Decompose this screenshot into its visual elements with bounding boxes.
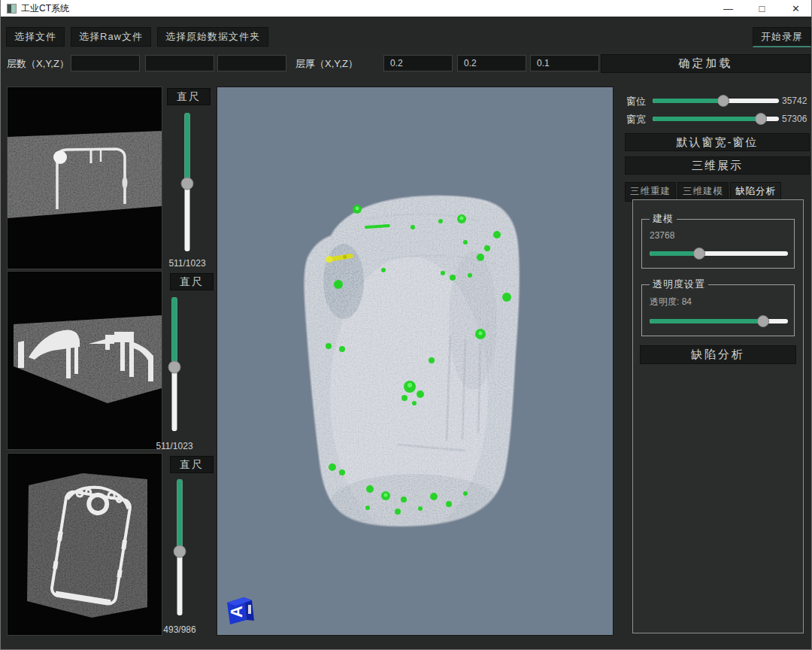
slice-position-top: 511/1023 [160,258,214,269]
select-raw-file-button[interactable]: 选择Raw文件 [71,27,151,47]
slider-thumb[interactable] [755,113,767,125]
slice-position-slider-middle[interactable] [162,297,187,431]
slider-thumb[interactable] [757,315,769,327]
transparency-group: 透明度设置 透明度: 84 [641,278,795,336]
slider-thumb[interactable] [717,95,729,107]
display-3d-button[interactable]: 三维展示 [625,156,810,175]
transparency-value-label: 透明度: 84 [650,296,788,308]
layers-label: 层数（X,Y,Z） [7,57,69,71]
select-raw-data-folder-button[interactable]: 选择原始数据文件夹 [157,27,268,47]
ruler-button-middle[interactable]: 直尺 [170,273,214,290]
modeling-group-title: 建模 [650,212,677,226]
modeling-slider[interactable] [650,247,788,260]
title-bar: 工业CT系统 — □ ✕ [1,0,812,17]
select-file-button[interactable]: 选择文件 [6,27,65,47]
transparency-group-title: 透明度设置 [650,278,708,291]
maximize-button[interactable]: □ [745,0,779,17]
transparency-slider[interactable] [650,314,788,328]
default-window-button[interactable]: 默认窗宽-窗位 [625,133,810,151]
ruler-button-bottom[interactable]: 直尺 [170,456,214,473]
slider-thumb[interactable] [174,545,186,557]
defect-analysis-button[interactable]: 缺陷分析 [640,345,796,364]
modeling-value: 23768 [650,230,788,241]
ruler-button-top[interactable]: 直尺 [167,88,211,105]
window-width-value: 57306 [782,114,807,124]
slice-position-bottom: 493/986 [153,624,207,635]
thickness-y-input[interactable] [457,55,526,71]
app-icon [7,4,17,14]
window-title: 工业CT系统 [21,2,69,15]
thickness-z-input[interactable] [530,55,599,71]
toolbar: 选择文件 选择Raw文件 选择原始数据文件夹 开始录屏 [1,17,812,48]
slice-view-bottom[interactable] [7,453,162,636]
slice-position-slider-bottom[interactable] [167,479,192,615]
slider-thumb[interactable] [168,360,181,373]
window-width-label: 窗宽 [626,113,646,126]
slice-position-middle: 511/1023 [147,441,201,451]
layers-y-input[interactable] [145,55,214,71]
window-level-slider[interactable] [653,94,779,108]
file-buttons-group: 选择文件 选择Raw文件 选择原始数据文件夹 [6,27,268,50]
logo-letter: A [227,606,246,618]
window-width-row: 窗宽 57306 [623,111,812,125]
confirm-load-button[interactable]: 确定加载 [601,54,810,73]
defect-analysis-pane: 建模 23768 透明度设置 透明度: 84 缺陷分析 [632,199,804,633]
slice-position-slider-top[interactable] [174,113,200,251]
ct-volume-render [217,87,613,635]
minimize-button[interactable]: — [711,0,745,17]
start-recording-button[interactable]: 开始录屏 [753,27,811,47]
close-button[interactable]: ✕ [779,0,812,17]
window-level-value: 35742 [782,96,807,106]
viewport-3d[interactable]: A [217,87,614,636]
right-control-panel: 窗位 35742 窗宽 57306 默认窗宽-窗位 三维展示 三维重建 三维建模… [623,84,812,641]
modeling-group: 建模 23768 [641,212,795,269]
viewer-logo-cube: A [223,593,255,626]
thickness-x-input[interactable] [383,55,453,71]
window-controls: — □ ✕ [711,0,812,17]
window-level-row: 窗位 35742 [623,93,812,107]
slice-view-middle[interactable] [7,271,162,450]
parameter-row: 层数（X,Y,Z） 层厚（X,Y,Z） 确定加载 [1,48,812,81]
slider-thumb[interactable] [693,248,705,260]
window-level-label: 窗位 [626,95,646,108]
slider-thumb[interactable] [181,177,194,190]
slice-view-top[interactable] [7,87,162,269]
layers-x-input[interactable] [71,55,140,71]
window-width-slider[interactable] [653,112,779,126]
thickness-label: 层厚（X,Y,Z） [295,57,358,71]
layers-z-input[interactable] [217,55,286,71]
